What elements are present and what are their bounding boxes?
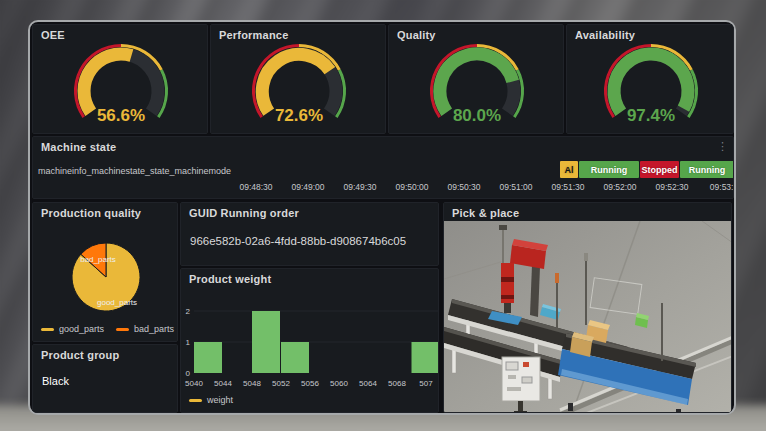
histogram-bar — [252, 311, 280, 373]
legend-item[interactable]: bad_parts — [116, 324, 174, 334]
panel-gauge-oee: OEE56.6% — [32, 24, 208, 134]
state-segment: Running — [579, 161, 639, 178]
state-segment: Running — [680, 161, 734, 178]
state-segment: Stopped — [640, 161, 679, 178]
panel-product-weight: Product weight 0125040504450485052505650… — [180, 268, 439, 413]
panel-title[interactable]: OEE — [41, 29, 65, 41]
gauge-value: 56.6% — [97, 106, 145, 125]
panel-product-group: Product group Black — [32, 344, 178, 413]
histogram-legend: weight — [189, 395, 233, 405]
gauge-chart: 56.6% — [33, 41, 208, 133]
time-tick-label: 09:49:30 — [343, 182, 376, 192]
product-group-value: Black — [42, 375, 69, 387]
panel-production-quality: Production quality good_partsbad_parts g… — [32, 202, 178, 342]
gauge-value-arc — [262, 54, 330, 112]
state-timeline: AlRunningStoppedRunning — [33, 161, 734, 178]
pick-place-3d-viewport[interactable] — [444, 221, 732, 413]
time-tick-label: 09:51:00 — [499, 182, 532, 192]
panel-title[interactable]: Product weight — [189, 273, 271, 285]
panel-gauge-quality: Quality80.0% — [388, 24, 564, 134]
gauge-value: 97.4% — [627, 106, 675, 125]
x-tick-label: 507 — [419, 379, 433, 388]
histogram-bar — [194, 342, 222, 373]
time-tick-label: 09:49:00 — [291, 182, 324, 192]
gauge-value-arc — [84, 54, 131, 112]
time-axis: 09:48:3009:49:0009:49:3009:50:0009:50:30… — [33, 182, 734, 194]
time-tick-label: 09:53:0 — [710, 182, 734, 192]
legend-label: weight — [207, 395, 233, 405]
x-tick-label: 5056 — [301, 379, 319, 388]
histogram-chart: 01250405044504850525056506050645068507 — [181, 291, 439, 391]
gauge-value-arc — [440, 54, 513, 112]
panel-menu-icon[interactable]: ⋮ — [717, 141, 728, 151]
time-tick-label: 09:52:00 — [603, 182, 636, 192]
legend-color-dash — [189, 399, 202, 402]
histogram-bar — [412, 342, 440, 373]
y-tick-label: 1 — [186, 338, 191, 347]
x-tick-label: 5060 — [330, 379, 348, 388]
gauge-chart: 72.6% — [211, 41, 386, 133]
gauge-value-arc — [614, 54, 688, 112]
panel-guid-running-order: GUID Running order 966e582b-02a6-4fdd-88… — [180, 202, 439, 266]
time-tick-label: 09:50:00 — [395, 182, 428, 192]
time-tick-label: 09:48:30 — [239, 182, 272, 192]
time-tick-label: 09:51:30 — [551, 182, 584, 192]
pie-slice-label: good_parts — [97, 298, 137, 307]
y-tick-label: 0 — [186, 369, 191, 378]
legend-color-dash — [116, 328, 129, 331]
legend-label: bad_parts — [134, 324, 174, 334]
guid-value: 966e582b-02a6-4fdd-88bb-d908674b6c05 — [190, 235, 406, 247]
legend-item[interactable]: weight — [189, 395, 233, 405]
x-tick-label: 5052 — [272, 379, 290, 388]
gauge-chart: 97.4% — [567, 41, 734, 133]
x-tick-label: 5048 — [243, 379, 261, 388]
pie-slice-label: bad_parts — [80, 255, 116, 264]
gauge-value: 80.0% — [453, 106, 501, 125]
x-tick-label: 5040 — [185, 379, 203, 388]
panel-title[interactable]: Availability — [575, 29, 635, 41]
panel-gauge-availability: Availability97.4% — [566, 24, 734, 134]
x-tick-label: 5068 — [388, 379, 406, 388]
pie-chart: good_partsbad_parts — [33, 219, 178, 321]
panel-title[interactable]: GUID Running order — [189, 207, 299, 219]
oee-dashboard: OEE56.6%Performance72.6%Quality80.0%Avai… — [28, 20, 736, 415]
y-tick-label: 2 — [186, 307, 191, 316]
pie-legend: good_partsbad_parts — [41, 324, 174, 334]
histogram-bar — [281, 342, 309, 373]
panel-title[interactable]: Performance — [219, 29, 288, 41]
time-tick-label: 09:50:30 — [447, 182, 480, 192]
panel-title[interactable]: Pick & place — [452, 207, 519, 219]
gauge-value: 72.6% — [275, 106, 323, 125]
state-segment: Al — [560, 161, 578, 178]
x-tick-label: 5064 — [359, 379, 377, 388]
legend-color-dash — [41, 328, 54, 331]
panel-pick-and-place: Pick & place — [443, 202, 732, 413]
panel-title[interactable]: Machine state — [41, 141, 116, 153]
panel-title[interactable]: Quality — [397, 29, 436, 41]
time-tick-label: 09:52:30 — [655, 182, 688, 192]
x-tick-label: 5044 — [214, 379, 232, 388]
legend-label: good_parts — [59, 324, 104, 334]
panel-machine-state: Machine state ⋮ machineinfo_machinestate… — [32, 136, 734, 199]
panel-gauge-performance: Performance72.6% — [210, 24, 386, 134]
gauge-chart: 80.0% — [389, 41, 564, 133]
panel-title[interactable]: Production quality — [41, 207, 141, 219]
legend-item[interactable]: good_parts — [41, 324, 104, 334]
panel-title[interactable]: Product group — [41, 349, 119, 361]
